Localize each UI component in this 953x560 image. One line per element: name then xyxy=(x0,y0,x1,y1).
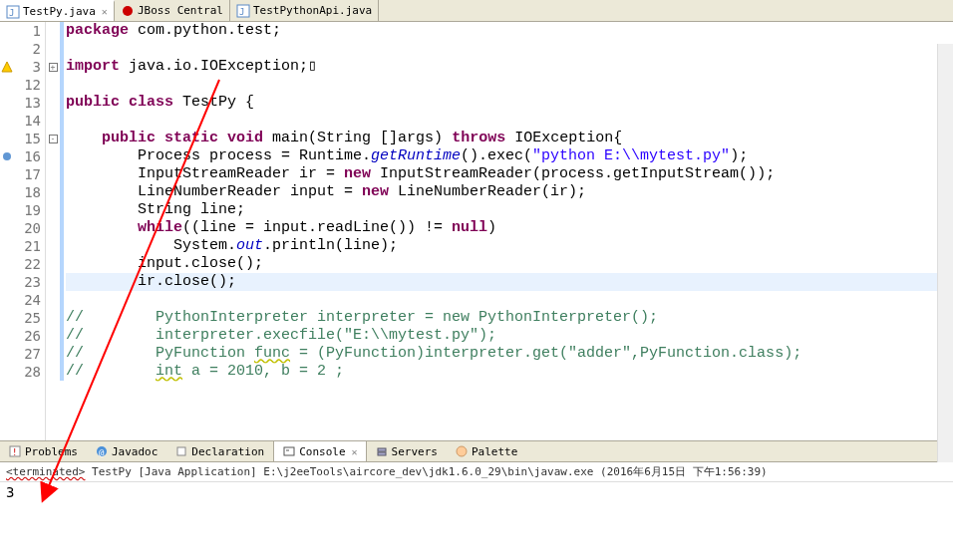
fold-cell xyxy=(46,112,60,130)
tab-servers[interactable]: Servers xyxy=(367,441,447,461)
tab-javadoc[interactable]: @ Javadoc xyxy=(87,441,166,461)
svg-rect-14 xyxy=(378,448,386,451)
code-line[interactable] xyxy=(66,112,953,130)
jboss-icon xyxy=(121,4,135,18)
marker-cell xyxy=(0,345,14,363)
line-number: 21 xyxy=(14,237,41,255)
line-number: 24 xyxy=(14,291,41,309)
marker-cell xyxy=(0,219,14,237)
terminated-label: <terminated> xyxy=(6,465,85,478)
code-line[interactable]: while((line = input.readLine()) != null) xyxy=(66,219,953,237)
code-line[interactable]: Process process = Runtime.getRuntime().e… xyxy=(66,147,953,165)
btab-label: Javadoc xyxy=(112,445,158,458)
svg-rect-11 xyxy=(177,447,185,455)
tab-console[interactable]: Console ✕ xyxy=(273,441,366,461)
tab-problems[interactable]: ! Problems xyxy=(0,441,87,461)
marker-cell xyxy=(0,255,14,273)
code-line[interactable]: import java.io.IOException;▯ xyxy=(66,58,953,76)
fold-cell xyxy=(46,165,60,183)
code-line[interactable]: System.out.println(line); xyxy=(66,237,953,255)
close-icon[interactable]: ✕ xyxy=(352,446,358,457)
code-line[interactable] xyxy=(66,76,953,94)
console-output[interactable]: 3 xyxy=(0,482,953,502)
code-line[interactable]: input.close(); xyxy=(66,255,953,273)
code-line[interactable]: InputStreamReader ir = new InputStreamRe… xyxy=(66,165,953,183)
marker-cell xyxy=(0,76,14,94)
fold-cell xyxy=(46,327,60,345)
svg-rect-15 xyxy=(378,452,386,455)
line-number: 25 xyxy=(14,309,41,327)
palette-icon xyxy=(455,444,469,458)
javadoc-icon: @ xyxy=(95,444,109,458)
svg-point-2 xyxy=(123,6,133,16)
vertical-scrollbar[interactable] xyxy=(937,44,953,462)
code-line[interactable] xyxy=(66,291,953,309)
svg-text:@: @ xyxy=(99,447,105,457)
svg-text:J: J xyxy=(239,7,244,17)
java-file-icon: J xyxy=(6,5,20,19)
bottom-tab-bar: ! Problems @ Javadoc Declaration Console… xyxy=(0,440,953,462)
fold-cell xyxy=(46,291,60,309)
fold-cell xyxy=(46,309,60,327)
code-line[interactable]: // int a = 2010, b = 2 ; xyxy=(66,363,953,381)
marker-ruler xyxy=(0,22,14,440)
code-line[interactable]: package com.python.test; xyxy=(66,22,953,40)
fold-cell xyxy=(46,363,60,381)
marker-cell xyxy=(0,237,14,255)
code-line[interactable]: public static void main(String []args) t… xyxy=(66,130,953,147)
line-number: 2 xyxy=(14,40,41,58)
tab-testpythonapi[interactable]: J TestPythonApi.java xyxy=(230,0,379,21)
code-line[interactable]: ir.close(); xyxy=(66,273,953,291)
tab-testpy[interactable]: J TestPy.java ✕ xyxy=(0,0,115,21)
editor-tab-bar: J TestPy.java ✕ JBoss Central J TestPyth… xyxy=(0,0,953,22)
console-icon xyxy=(282,444,296,458)
marker-cell xyxy=(0,94,14,112)
code-line[interactable]: // interpreter.execfile("E:\\mytest.py")… xyxy=(66,327,953,345)
fold-cell xyxy=(46,76,60,94)
marker-cell xyxy=(0,112,14,130)
code-line[interactable]: // PyFunction func = (PyFunction)interpr… xyxy=(66,345,953,363)
marker-cell xyxy=(0,363,14,381)
line-number: 15 xyxy=(14,130,41,147)
marker-cell xyxy=(0,327,14,345)
marker-cell xyxy=(0,58,14,76)
line-number-gutter: 1231213141516171819202122232425262728 xyxy=(14,22,46,440)
svg-point-5 xyxy=(3,152,11,160)
fold-cell xyxy=(46,201,60,219)
line-number: 12 xyxy=(14,76,41,94)
line-number: 22 xyxy=(14,255,41,273)
code-line[interactable]: // PythonInterpreter interpreter = new P… xyxy=(66,309,953,327)
svg-point-16 xyxy=(457,446,467,456)
fold-cell xyxy=(46,147,60,165)
code-line[interactable]: LineNumberReader input = new LineNumberR… xyxy=(66,183,953,201)
code-area[interactable]: package com.python.test;import java.io.I… xyxy=(64,22,953,440)
console-status-line: <terminated> TestPy [Java Application] E… xyxy=(0,462,953,482)
line-number: 19 xyxy=(14,201,41,219)
fold-cell xyxy=(46,273,60,291)
servers-icon xyxy=(375,444,389,458)
code-line[interactable] xyxy=(66,40,953,58)
fold-cell xyxy=(46,345,60,363)
declaration-icon xyxy=(174,444,188,458)
line-number: 23 xyxy=(14,273,41,291)
tab-palette[interactable]: Palette xyxy=(447,441,526,461)
close-icon[interactable]: ✕ xyxy=(102,6,108,17)
code-line[interactable]: String line; xyxy=(66,201,953,219)
marker-cell xyxy=(0,291,14,309)
line-number: 26 xyxy=(14,327,41,345)
tab-label: TestPy.java xyxy=(23,5,96,18)
fold-cell xyxy=(46,40,60,58)
tab-label: JBoss Central xyxy=(138,4,223,17)
code-editor[interactable]: 1231213141516171819202122232425262728 +-… xyxy=(0,22,953,440)
marker-cell xyxy=(0,147,14,165)
code-line[interactable]: public class TestPy { xyxy=(66,94,953,112)
fold-cell[interactable]: + xyxy=(46,58,60,76)
line-number: 1 xyxy=(14,22,41,40)
line-number: 20 xyxy=(14,219,41,237)
svg-rect-12 xyxy=(284,447,294,455)
fold-cell[interactable]: - xyxy=(46,130,60,147)
tab-declaration[interactable]: Declaration xyxy=(166,441,273,461)
tab-jboss-central[interactable]: JBoss Central xyxy=(115,0,230,21)
line-number: 27 xyxy=(14,345,41,363)
btab-label: Declaration xyxy=(191,445,264,458)
